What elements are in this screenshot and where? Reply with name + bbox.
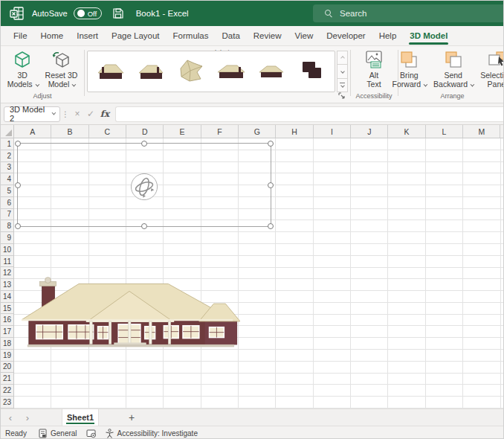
column-header-f[interactable]: F [201,125,239,138]
column-header-e[interactable]: E [164,125,201,138]
column-header-a[interactable]: A [14,125,51,138]
house-right-side-view-icon [96,57,126,86]
sheet-nav-right-icon[interactable]: › [20,409,35,426]
sheet-nav-left-icon[interactable]: ‹ [1,409,20,426]
row-header-22[interactable]: 22 [1,385,13,397]
ribbon-tab-home[interactable]: Home [34,26,71,45]
button-label: Text [366,80,381,89]
button-label: Selection [480,71,504,80]
column-header-k[interactable]: K [388,125,425,138]
column-header-m[interactable]: M [463,125,500,138]
column-header-h[interactable]: H [276,125,313,138]
button-label: Send [444,71,462,80]
selection-handle-bottom-left[interactable] [15,223,21,229]
row-header-1[interactable]: 1 [1,138,13,150]
model-view-house-front[interactable] [215,55,248,88]
selection-handle-top-right[interactable] [268,141,274,147]
row-header-5[interactable]: 5 [1,185,13,197]
select-all-button[interactable] [1,125,14,138]
column-header-b[interactable]: B [51,125,88,138]
3d-models-button[interactable]: 3D Models [4,48,42,89]
row-header-19[interactable]: 19 [1,350,13,362]
ribbon-tab-3d-model[interactable]: 3D Model [403,26,454,45]
reset-3d-model-button[interactable]: Reset 3D Model [42,48,82,89]
gallery-more-button[interactable] [337,78,348,92]
row-header-2[interactable]: 2 [1,150,13,162]
row-header-3[interactable]: 3 [1,162,13,174]
house-top-view-icon [176,57,206,86]
insert-function-button[interactable]: fx [97,109,112,119]
model-view-house-back[interactable] [255,55,288,88]
column-header-i[interactable]: I [314,125,351,138]
name-box[interactable]: 3D Model 2 [4,106,60,122]
formula-input[interactable] [115,106,504,122]
ribbon-tab-page-layout[interactable]: Page Layout [105,26,167,45]
bring-forward-button[interactable]: Bring Forward [389,48,430,89]
ribbon-tab-file[interactable]: File [7,26,34,45]
column-header-j[interactable]: J [351,125,388,138]
alt-text-button[interactable]: Alt Text [361,48,387,89]
button-label: Reset 3D [45,71,78,80]
row-header-7[interactable]: 7 [1,209,13,221]
send-backward-button[interactable]: Send Backward [430,48,476,89]
row-header-16[interactable]: 16 [1,314,13,326]
row-header-11[interactable]: 11 [1,256,13,268]
ribbon-tab-formulas[interactable]: Formulas [167,26,216,45]
row-header-6[interactable]: 6 [1,197,13,209]
selection-handle-top-left[interactable] [15,141,21,147]
model-view-house-top[interactable] [175,55,207,88]
column-header-c[interactable]: C [89,125,126,138]
ribbon-tab-review[interactable]: Review [247,26,288,45]
formula-bar-row: 3D Model 2 ⋮ × ✓ fx [1,103,504,125]
row-header-17[interactable]: 17 [1,326,13,338]
save-icon[interactable] [112,7,124,19]
column-header-g[interactable]: G [239,125,276,138]
ribbon-tab-help[interactable]: Help [372,26,404,45]
row-header-4[interactable]: 4 [1,173,13,185]
ribbon-tab-developer[interactable]: Developer [320,26,372,45]
selection-pane-button[interactable]: Selection Pane [476,48,504,89]
sheet-tab-sheet1[interactable]: Sheet1 [62,409,99,426]
row-header-21[interactable]: 21 [1,373,13,385]
house-3d-model-selected[interactable] [20,274,240,350]
macro-record-button[interactable] [82,426,100,439]
row-header-9[interactable]: 9 [1,232,13,244]
sensitivity-indicator[interactable]: General [33,426,82,439]
selection-handle-top-middle[interactable] [141,141,147,147]
model-views-gallery [87,51,335,92]
enter-button[interactable]: ✓ [84,109,97,119]
ribbon-tab-view[interactable]: View [288,26,320,45]
accessibility-status[interactable]: Accessibility: Investigate [100,426,202,439]
selection-handle-bottom-right[interactable] [268,223,274,229]
column-header-d[interactable]: D [126,125,164,138]
row-header-20[interactable]: 20 [1,362,13,374]
row-header-15[interactable]: 15 [1,303,13,315]
selection-handle-middle-left[interactable] [15,182,21,188]
row-header-8[interactable]: 8 [1,220,13,232]
search-box[interactable]: Search [313,4,504,22]
chevron-down-icon [52,111,56,115]
selection-handle-bottom-middle[interactable] [141,223,147,229]
new-sheet-button[interactable]: + [123,409,140,426]
gallery-scroll-up-button[interactable] [337,51,348,64]
model-view-house-bottom[interactable] [295,55,328,88]
model-view-house-left-side[interactable] [135,55,167,88]
model-view-house-right-side[interactable] [94,55,127,88]
selection-handle-middle-right[interactable] [268,182,274,188]
row-header-10[interactable]: 10 [1,244,13,256]
button-label: Bring [400,71,419,80]
autosave-toggle[interactable]: Off [74,7,102,19]
gallery-scroll-down-button[interactable] [337,64,348,77]
row-header-12[interactable]: 12 [1,267,13,279]
macro-record-icon [86,429,96,438]
row-header-14[interactable]: 14 [1,291,13,303]
ribbon-tab-data[interactable]: Data [216,26,247,45]
rotate-3d-handle[interactable] [130,173,158,201]
column-header-l[interactable]: L [426,125,463,138]
ribbon-tab-insert[interactable]: Insert [70,26,105,45]
row-header-13[interactable]: 13 [1,279,13,291]
cancel-button[interactable]: × [71,109,84,119]
dialog-launcher-icon[interactable] [338,92,346,100]
row-header-23[interactable]: 23 [1,397,13,408]
row-header-18[interactable]: 18 [1,338,13,350]
